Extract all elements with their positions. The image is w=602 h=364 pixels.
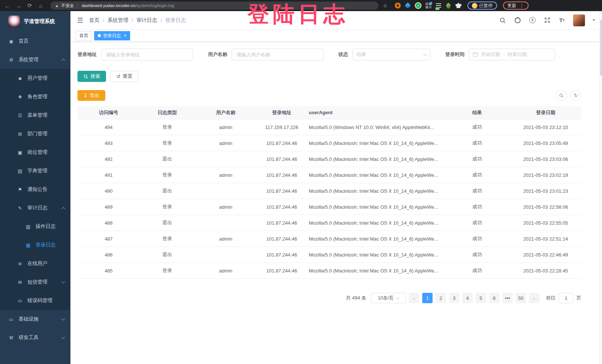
app-logo-row[interactable]: 芋道管理系统 — [0, 11, 70, 32]
table-cell: 退出 — [140, 251, 195, 258]
user-avatar[interactable] — [573, 14, 585, 26]
table-cell: 成功 — [444, 188, 510, 194]
table-cell: Mozilla/5.0 (Macintosh; Intel Mac OS X 1… — [307, 140, 444, 146]
table-cell: 101.87.244.46 — [257, 268, 307, 274]
profile-paused-button[interactable]: 已暂停 — [467, 1, 497, 10]
pagination-page-2[interactable]: 2 — [436, 293, 446, 303]
extension-list-on-icon[interactable]: on — [436, 3, 441, 9]
date-range-picker[interactable]: 开始日期 - 结束日期 — [469, 49, 555, 60]
sidebar-item-operation-log[interactable]: ▥操作日志 — [0, 217, 70, 236]
font-size-icon[interactable]: TT — [558, 17, 566, 24]
export-button[interactable]: ↧ 导出 — [77, 90, 105, 101]
url-divider — [77, 3, 78, 8]
pagination-page-50[interactable]: 50 — [516, 293, 526, 303]
calendar-icon — [473, 52, 478, 57]
next-page-button[interactable]: › — [529, 293, 539, 303]
browser-update-button[interactable]: 更新 ⋮ — [503, 1, 529, 10]
help-icon[interactable]: ? — [529, 17, 536, 24]
extension-gem-icon[interactable] — [404, 3, 411, 9]
table-cell: 101.87.244.46 — [257, 140, 307, 146]
sidebar-item-infrastructure[interactable]: ▭基础设施 — [0, 310, 70, 328]
extension-plant-icon[interactable] — [446, 3, 452, 9]
extensions-puzzle-icon[interactable] — [456, 3, 462, 9]
search-button[interactable]: 搜索 — [77, 71, 106, 82]
toggle-search-button[interactable] — [556, 90, 567, 101]
breadcrumb-item[interactable]: 审计日志 — [136, 17, 157, 24]
table-cell: 登录 — [140, 267, 195, 274]
sidebar-item-menus[interactable]: ☰菜单管理 — [0, 106, 70, 125]
github-icon[interactable] — [514, 17, 521, 24]
pagination-page-6[interactable]: 6 — [489, 293, 499, 303]
table-cell: 2021-05-03 22:46:49 — [510, 252, 581, 258]
browser-home-button[interactable]: ⌂ — [36, 1, 45, 10]
sidebar-item-label: 系统管理 — [19, 56, 39, 63]
browser-back-button[interactable]: ← — [3, 1, 12, 10]
table-row: 488退出101.87.244.46Mozilla/5.0 (Macintosh… — [77, 215, 581, 231]
sidebar-item-roles[interactable]: ❖角色管理 — [0, 87, 70, 106]
table-cell: 2021-05-03 23:02:19 — [510, 172, 581, 178]
browser-forward-button[interactable]: → — [14, 1, 23, 10]
sidebar-item-posts[interactable]: ▣岗位管理 — [0, 143, 70, 162]
sidebar-collapse-icon[interactable]: ☰ — [77, 16, 83, 24]
login-address-input[interactable] — [101, 49, 193, 60]
extension-grid-icon[interactable] — [426, 3, 431, 9]
sidebar-item-dev-tools[interactable]: ⚒研发工具 — [0, 328, 70, 347]
pagination-page-3[interactable]: 3 — [449, 293, 459, 303]
reset-button[interactable]: ↺ 重置 — [110, 71, 138, 82]
user-icon: ☻ — [17, 76, 23, 81]
table-row: 490退出101.87.244.46Mozilla/5.0 (Macintosh… — [77, 183, 581, 199]
logo-image — [8, 16, 20, 27]
sidebar-item-online-users[interactable]: ≋在线用户 — [0, 254, 70, 273]
extensions-row: ✓ on — [395, 2, 462, 9]
extension-orange-icon[interactable] — [395, 3, 401, 9]
bookmark-star-icon[interactable]: ☆ — [383, 3, 387, 9]
table-cell: 成功 — [444, 203, 510, 210]
table-cell: 2021-05-03 23:12:15 — [510, 125, 581, 130]
refresh-table-button[interactable]: ↻ — [570, 90, 581, 101]
breadcrumb: 首页/系统管理/审计日志/登录日志 — [89, 17, 186, 24]
pagination-more[interactable]: ••• — [502, 293, 513, 303]
sidebar-item-sms[interactable]: ✉短信管理 — [0, 273, 70, 291]
browser-menu-icon[interactable]: ⋮ — [520, 3, 524, 8]
prev-page-button[interactable]: ‹ — [409, 293, 419, 303]
sidebar-item-audit-logs[interactable]: ✎审计日志 — [0, 199, 70, 217]
fullscreen-icon[interactable] — [543, 17, 551, 24]
notification-dot — [430, 2, 432, 4]
status-select[interactable]: 结果 — [353, 49, 430, 60]
browser-reload-button[interactable]: ⟳ — [25, 1, 34, 10]
page-size-select[interactable]: 10条/页 — [371, 293, 406, 303]
close-icon[interactable]: × — [124, 33, 126, 38]
tab-首页[interactable]: 首页 — [76, 31, 92, 40]
sidebar-item-dictionary[interactable]: ▤字典管理 — [0, 162, 70, 180]
pagination-page-4[interactable]: 4 — [462, 293, 473, 303]
sidebar-item-departments[interactable]: ⊞部门管理 — [0, 125, 70, 143]
pagination-page-5[interactable]: 5 — [476, 293, 486, 303]
breadcrumb-item[interactable]: 系统管理 — [108, 17, 128, 24]
goto-page: 前往 页 — [546, 293, 581, 303]
table-row: 486退出101.87.244.46Mozilla/5.0 (Macintosh… — [77, 247, 581, 263]
page-scrollbar[interactable] — [599, 11, 602, 364]
breadcrumb-separator: / — [132, 17, 133, 23]
sidebar-item-users[interactable]: ☻用户管理 — [0, 69, 70, 87]
sidebar-item-home[interactable]: ◉首页 — [0, 32, 70, 50]
goto-page-input[interactable] — [559, 293, 573, 303]
sidebar-item-error-codes[interactable]: ‹/›错误码管理 — [0, 291, 70, 310]
pagination-page-1[interactable]: 1 — [422, 293, 433, 303]
export-button-label: 导出 — [90, 92, 99, 99]
user-menu-caret-icon[interactable] — [592, 19, 595, 21]
address-bar[interactable]: ▲ 不安全 dashboard.yudao.iocoder.cn/system/… — [50, 1, 378, 10]
chevron-up-icon — [62, 207, 65, 211]
username-input[interactable] — [232, 49, 324, 60]
search-icon[interactable] — [499, 17, 506, 24]
sidebar-item-system[interactable]: ⚙系统管理 — [0, 50, 70, 69]
update-label: 更新 — [507, 3, 516, 9]
column-header: 登录地址 — [257, 109, 307, 116]
scrollbar-thumb[interactable] — [600, 20, 602, 76]
chevron-up-icon — [62, 59, 65, 62]
breadcrumb-item[interactable]: 首页 — [89, 17, 99, 24]
sidebar-item-login-log[interactable]: ▦登录日志 — [0, 236, 70, 254]
sidebar-item-notices[interactable]: ⚑通知公告 — [0, 180, 70, 199]
extension-green-check-icon[interactable]: ✓ — [415, 2, 421, 9]
tab-登录日志[interactable]: 登录日志× — [94, 31, 130, 40]
sidebar-item-label: 在线用户 — [27, 260, 47, 267]
